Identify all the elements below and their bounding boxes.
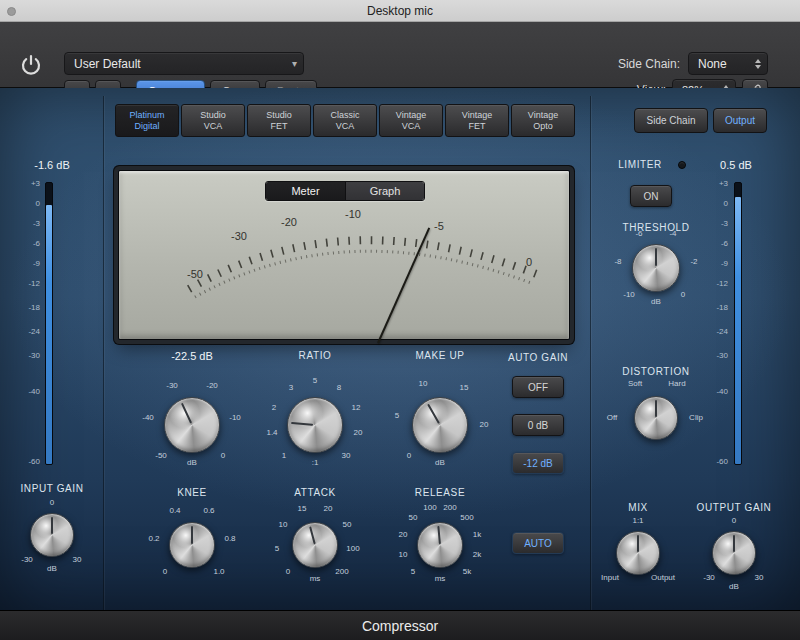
- release-tick: 1k: [465, 530, 489, 539]
- tab-graph[interactable]: Graph: [345, 182, 424, 200]
- tab-studio-vca[interactable]: Studio VCA: [181, 104, 245, 137]
- knee-tick: 1.0: [207, 567, 231, 576]
- ratio-label: RATIO: [263, 350, 367, 361]
- release-knob[interactable]: [417, 522, 463, 568]
- vu-scale-label: -20: [277, 216, 301, 228]
- ratio-tick: 1.4: [260, 428, 284, 437]
- meter-scale-label: -30: [14, 351, 40, 360]
- meter-scale-label: -12: [14, 279, 40, 288]
- mix-tick: Input: [592, 573, 628, 582]
- ratio-tick: 8: [327, 383, 351, 392]
- knee-tick: 0.4: [163, 506, 187, 515]
- power-icon: [19, 53, 43, 77]
- auto-gain-label: AUTO GAIN: [498, 352, 578, 363]
- tab-classic-vca[interactable]: Classic VCA: [313, 104, 377, 137]
- vu-scale-label: -5: [427, 220, 451, 232]
- input-gain-knob[interactable]: [30, 513, 74, 557]
- ratio-tick: 20: [346, 428, 370, 437]
- vu-scale-label: -30: [227, 230, 251, 242]
- make-up-label: MAKE UP: [388, 350, 492, 361]
- distortion-knob[interactable]: [634, 396, 678, 440]
- knob-pointer: [286, 396, 345, 455]
- plugin-name: Compressor: [362, 618, 438, 634]
- input-meter-value: -1.6 dB: [20, 159, 84, 171]
- meter-scale-label: 0: [14, 199, 40, 208]
- auto-gain-minus12db-button[interactable]: -12 dB: [512, 452, 564, 474]
- tab-meter[interactable]: Meter: [266, 182, 345, 200]
- attack-knob[interactable]: [292, 522, 338, 568]
- release-tick: 200: [438, 503, 462, 512]
- meter-scale-label: -12: [702, 279, 728, 288]
- auto-gain-0db-button[interactable]: 0 dB: [512, 414, 564, 436]
- tab-vintage-vca[interactable]: Vintage VCA: [379, 104, 443, 137]
- knob-pointer: [170, 523, 214, 567]
- tab-studio-fet[interactable]: Studio FET: [247, 104, 311, 137]
- ratio-knob[interactable]: [287, 397, 343, 453]
- auto-gain-off-button[interactable]: OFF: [512, 376, 564, 398]
- limiter-threshold-knob[interactable]: [632, 244, 680, 292]
- mix-tick: 1:1: [626, 516, 650, 525]
- output-gain-tick: -30: [697, 573, 721, 582]
- knob-pointer: [633, 245, 679, 291]
- knee-knob[interactable]: [169, 522, 215, 568]
- limiter-threshold-label: THRESHOLD: [606, 222, 706, 233]
- knee-tick: 0.6: [197, 506, 221, 515]
- tab-vintage-opto[interactable]: Vintage Opto: [511, 104, 575, 137]
- output-gain-knob[interactable]: [712, 531, 756, 575]
- side-chain-select[interactable]: None: [688, 52, 768, 75]
- vu-meter-panel: -50 -30 -20 -10 -5 0 Meter Graph: [118, 170, 570, 340]
- meter-scale-label: -9: [702, 259, 728, 268]
- output-view-button[interactable]: Output: [713, 108, 767, 133]
- attack-tick: 200: [330, 567, 354, 576]
- threshold-unit: dB: [180, 458, 204, 467]
- meter-scale-label: -18: [702, 303, 728, 312]
- mix-label: MIX: [602, 502, 674, 513]
- tab-platinum-digital[interactable]: Platinum Digital: [115, 104, 179, 137]
- limiter-threshold-tick: -4: [661, 229, 685, 238]
- limiter-led: [678, 161, 686, 169]
- output-meter-value: 0.5 dB: [704, 159, 768, 171]
- mix-knob[interactable]: [616, 531, 660, 575]
- tab-vintage-fet[interactable]: Vintage FET: [445, 104, 509, 137]
- output-gain-unit: dB: [722, 582, 746, 591]
- vu-scale-label: 0: [517, 256, 541, 268]
- plugin-header: User Default ▾ Side Chain: None ‹ › Comp…: [0, 22, 800, 88]
- meter-scale-label: -40: [14, 387, 40, 396]
- preset-select[interactable]: User Default ▾: [64, 52, 304, 75]
- make-up-knob[interactable]: [412, 397, 468, 453]
- release-tick: 10: [391, 550, 415, 559]
- updown-arrows-icon: [755, 59, 761, 69]
- distortion-tick: Soft: [623, 379, 647, 388]
- meter-scale-label: -6: [702, 239, 728, 248]
- release-tick: 5k: [455, 567, 479, 576]
- make-up-tick: 15: [452, 383, 476, 392]
- ratio-tick: 5: [303, 376, 327, 385]
- mix-tick: Output: [645, 573, 681, 582]
- meter-scale-label: -3: [702, 219, 728, 228]
- threshold-knob[interactable]: [164, 397, 220, 453]
- input-gain-unit: dB: [40, 564, 64, 573]
- attack-tick: 5: [265, 544, 289, 553]
- meter-scale-label: -18: [14, 303, 40, 312]
- side-chain-view-button[interactable]: Side Chain: [634, 108, 708, 133]
- knob-pointer: [713, 532, 755, 574]
- threshold-tick: -50: [149, 451, 173, 460]
- output-gain-label: OUTPUT GAIN: [690, 502, 778, 513]
- auto-release-button[interactable]: AUTO: [512, 532, 564, 554]
- right-separator: [590, 96, 591, 610]
- attack-label: ATTACK: [263, 487, 367, 498]
- threshold-tick: 0: [211, 451, 235, 460]
- attack-tick: 15: [290, 504, 314, 513]
- attack-tick: 50: [335, 520, 359, 529]
- power-button[interactable]: [14, 50, 48, 80]
- knob-pointer: [617, 532, 659, 574]
- release-tick: 50: [401, 513, 425, 522]
- knob-pointer: [31, 514, 73, 556]
- knee-tick: 0.8: [218, 534, 242, 543]
- meter-scale-label: -60: [702, 457, 728, 466]
- limiter-on-button[interactable]: ON: [630, 185, 672, 207]
- output-level-meter: [734, 182, 742, 465]
- meter-graph-toggle: Meter Graph: [265, 181, 425, 201]
- meter-scale-label: -24: [702, 327, 728, 336]
- release-tick: 2k: [465, 550, 489, 559]
